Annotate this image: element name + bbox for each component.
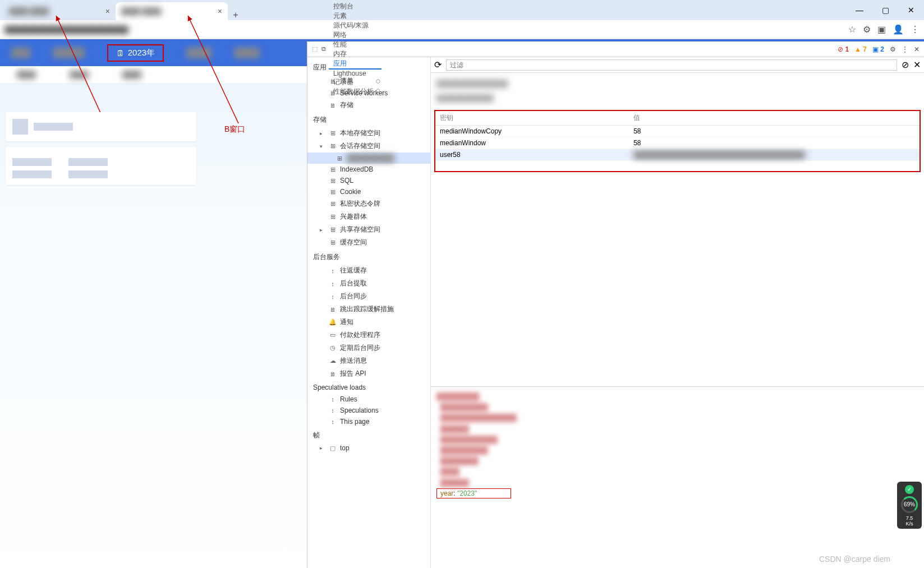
devtools-tab-3[interactable]: 网络 bbox=[329, 30, 381, 40]
sidebar-item[interactable]: ↕往返缓存 bbox=[307, 264, 430, 277]
refresh-icon[interactable]: ⟳ bbox=[434, 59, 442, 70]
sidebar-item[interactable]: 🗎报告 API bbox=[307, 367, 430, 380]
sidebar-item[interactable]: 🗎存储 bbox=[307, 99, 430, 112]
sidebar-item[interactable]: ⊞缓存空间 bbox=[307, 236, 430, 249]
year-button[interactable]: 🗓 2023年 bbox=[107, 44, 164, 62]
cloud-icon: ☁ bbox=[329, 357, 337, 365]
storage-origin: ███████████████ bbox=[431, 73, 924, 94]
storage-table-highlight: 密钥 值 medianWindowCopy58medianWindow58use… bbox=[434, 110, 921, 172]
card bbox=[6, 147, 196, 185]
browser-tabbar: ████ ████ × ████ ████ × + — ▢ ✕ bbox=[0, 0, 924, 20]
clear-icon[interactable]: ⊘ bbox=[902, 59, 909, 70]
devtools-tabbar: ⬚ ⧉ 控制台元素源代码/来源网络性能内存应用Lighthouse记录器性能数据… bbox=[307, 41, 924, 57]
devtools-status: ⊘ 1 ▲ 7 ▣ 2 ⚙ ⋮ ✕ bbox=[838, 45, 924, 53]
sync-icon: ↕ bbox=[329, 407, 337, 414]
inspect-icon[interactable]: ⬚ bbox=[311, 45, 319, 53]
device-icon[interactable]: ⧉ bbox=[320, 45, 328, 53]
sidebar-item[interactable]: ↕Speculations bbox=[307, 405, 430, 416]
table-row[interactable]: medianWindowCopy58 bbox=[435, 126, 920, 137]
warning-count[interactable]: ▲ 7 bbox=[854, 45, 867, 53]
sidebar-item[interactable]: ▭付款处理程序 bbox=[307, 329, 430, 341]
clock-icon: ◷ bbox=[329, 344, 337, 352]
check-icon: ✓ bbox=[905, 485, 914, 494]
devtools-main: ⟳ ⊘ ✕ ███████████████ ████████████ 密钥 值 … bbox=[431, 57, 924, 568]
table-row[interactable]: user58██████████████████████████████████… bbox=[435, 149, 920, 161]
extensions-icon[interactable]: ⚙ bbox=[863, 24, 871, 35]
error-count[interactable]: ⊘ 1 bbox=[838, 45, 849, 53]
sidebar-item[interactable]: ▸▢top bbox=[307, 442, 430, 454]
address-bar: ██████████████████████████ ☆ ⚙ ▣ 👤 ⋮ bbox=[0, 20, 924, 39]
header-item: ███ bbox=[11, 48, 30, 58]
sidebar-item[interactable]: ▸⊞共享存储空间 bbox=[307, 223, 430, 236]
gear-icon[interactable]: ⚙ bbox=[890, 45, 896, 53]
sidebar-item[interactable]: ↕后台同步 bbox=[307, 290, 430, 303]
filter-input[interactable] bbox=[446, 59, 897, 71]
sidebar-item[interactable]: 🔔通知 bbox=[307, 316, 430, 329]
close-window-icon[interactable]: ✕ bbox=[898, 0, 924, 20]
close-devtools-icon[interactable]: ✕ bbox=[914, 45, 920, 53]
devtools-tab-4[interactable]: 性能 bbox=[329, 40, 381, 49]
minimize-icon[interactable]: — bbox=[847, 0, 872, 20]
url-input[interactable]: ██████████████████████████ bbox=[4, 22, 843, 37]
sidebar-item[interactable]: ↕后台提取 bbox=[307, 277, 430, 290]
browser-tab-a[interactable]: ████ ████ × bbox=[3, 2, 116, 20]
menu-icon[interactable]: ⋮ bbox=[911, 24, 920, 35]
sidepanel-icon[interactable]: ▣ bbox=[877, 24, 886, 35]
file-icon: 🗎 bbox=[329, 306, 337, 313]
devtools-tab-8[interactable]: 记录器 bbox=[329, 77, 381, 87]
header-item: █████ bbox=[53, 48, 85, 58]
devtools-sidebar: 应用🗎清单🗎Service workers🗎存储存储▸⊞本地存储空间▾⊞会话存储… bbox=[307, 57, 431, 568]
sidebar-item[interactable]: ◷定期后台同步 bbox=[307, 341, 430, 354]
col-key[interactable]: 密钥 bbox=[435, 111, 629, 126]
sidebar-item[interactable]: ▸⊞本地存储空间 bbox=[307, 127, 430, 140]
db-icon: ⊞ bbox=[329, 226, 337, 234]
sidebar-item[interactable]: ↕This page bbox=[307, 416, 430, 427]
sidebar-item[interactable]: ⊞SQL bbox=[307, 175, 430, 186]
close-icon[interactable]: × bbox=[218, 7, 222, 16]
close-icon[interactable]: × bbox=[105, 7, 110, 16]
db-icon: ⊞ bbox=[329, 142, 337, 150]
devtools-tab-2[interactable]: 源代码/来源 bbox=[329, 21, 381, 30]
issue-count[interactable]: ▣ 2 bbox=[872, 45, 884, 53]
maximize-icon[interactable]: ▢ bbox=[872, 0, 898, 20]
tab-title: ████ ████ bbox=[121, 7, 161, 15]
storage-origin: ████████████ bbox=[431, 94, 924, 109]
col-value[interactable]: 值 bbox=[629, 111, 920, 126]
sync-icon: ↕ bbox=[329, 267, 337, 275]
json-preview: █████████ ██████████ ████████████████ ██… bbox=[431, 386, 924, 503]
star-icon[interactable]: ☆ bbox=[848, 24, 856, 35]
db-icon: ⊞ bbox=[329, 165, 337, 173]
devtools-tab-0[interactable]: 控制台 bbox=[329, 2, 381, 11]
db-icon: ⊞ bbox=[329, 200, 337, 208]
db-icon: ⊞ bbox=[329, 188, 337, 196]
sidebar-item[interactable]: ↕Rules bbox=[307, 394, 430, 405]
card-icon: ▭ bbox=[329, 331, 337, 339]
table-row[interactable]: medianWindow58 bbox=[435, 137, 920, 149]
sidebar-section: 存储 bbox=[307, 112, 430, 127]
sidebar-section: 应用 bbox=[307, 59, 430, 75]
devtools-tab-1[interactable]: 元素 bbox=[329, 11, 381, 21]
file-icon: 🗎 bbox=[329, 101, 337, 109]
devtools-panel: ⬚ ⧉ 控制台元素源代码/来源网络性能内存应用Lighthouse记录器性能数据… bbox=[307, 41, 924, 568]
kebab-icon[interactable]: ⋮ bbox=[902, 45, 908, 53]
browser-tab-b[interactable]: ████ ████ × bbox=[116, 2, 228, 20]
db-icon: ⊞ bbox=[329, 177, 337, 184]
sidebar-item[interactable]: ▾⊞会话存储空间 bbox=[307, 140, 430, 153]
sidebar-item-selected[interactable]: ⊞██████████ bbox=[307, 153, 430, 164]
close-icon[interactable]: ✕ bbox=[913, 59, 921, 70]
sidebar-item[interactable]: ⊞Cookie bbox=[307, 186, 430, 197]
sidebar-item[interactable]: ⊞IndexedDB bbox=[307, 164, 430, 175]
db-icon: ⊞ bbox=[329, 130, 337, 137]
bell-icon: 🔔 bbox=[329, 318, 337, 326]
devtools-tab-9[interactable]: 性能数据分析 bbox=[329, 87, 381, 96]
frame-icon: ▢ bbox=[329, 444, 337, 452]
annotation-b: B窗口 bbox=[224, 124, 245, 135]
sidebar-item[interactable]: ☁推送消息 bbox=[307, 354, 430, 367]
sidebar-item[interactable]: 🗎跳出跟踪缓解措施 bbox=[307, 303, 430, 316]
profile-icon[interactable]: 👤 bbox=[893, 24, 904, 35]
new-tab-button[interactable]: + bbox=[228, 10, 243, 20]
sync-icon: ↕ bbox=[329, 395, 337, 403]
sidebar-item[interactable]: ⊞私密状态令牌 bbox=[307, 197, 430, 210]
year-label: 2023年 bbox=[128, 48, 155, 58]
sidebar-item[interactable]: ⊞兴趣群体 bbox=[307, 210, 430, 223]
